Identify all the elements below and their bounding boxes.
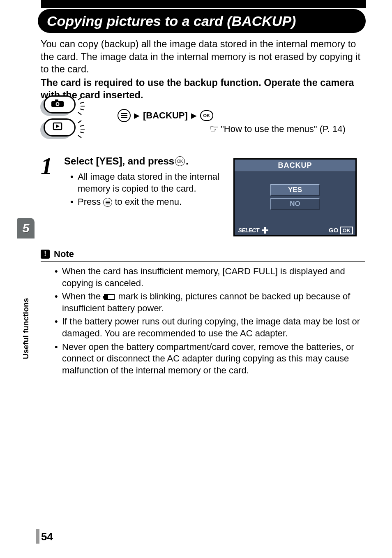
intro-block: You can copy (backup) all the image data… [41, 38, 365, 102]
section-title-bar: Copying pictures to a card (BACKUP) [38, 9, 366, 33]
nav-menu-item: [BACKUP] [143, 110, 188, 121]
exclamation-icon: ! [41, 250, 50, 259]
header-black-bar [41, 0, 366, 8]
shooting-mode-dial-row [40, 95, 85, 116]
svg-rect-1 [55, 100, 58, 102]
lcd-option-no: NO [270, 198, 320, 210]
step-number: 1 [41, 152, 53, 180]
note-section: ! Note When the card has insufficient me… [41, 249, 365, 378]
svg-marker-5 [56, 125, 60, 128]
shooting-mode-dial [40, 95, 76, 116]
step-bullets: All image data stored in the internal me… [70, 171, 231, 208]
note-item-1: When the card has insufficient memory, [… [55, 266, 365, 289]
step-title-before: Select [YES], and press [64, 155, 174, 167]
lcd-screen: BACKUP YES NO SELECT GO OK [233, 158, 357, 236]
ok-button-icon: OK [200, 110, 213, 121]
chapter-label: Useful functions [21, 298, 30, 359]
dial-ticks-2 [76, 120, 85, 138]
page-root: Copying pictures to a card (BACKUP) You … [0, 0, 392, 558]
lcd-footer-select: SELECT [237, 227, 268, 234]
svg-rect-9 [106, 201, 110, 201]
note-bullets: When the card has insufficient memory, [… [55, 266, 365, 376]
svg-point-3 [57, 103, 59, 105]
note-heading: Note [54, 249, 74, 259]
reference-text: "How to use the menus" (P. 14) [221, 124, 346, 134]
intro-bold: The card is required to use the backup f… [41, 76, 365, 102]
svg-rect-8 [121, 117, 127, 118]
play-icon [51, 122, 64, 130]
arrow-icon: ▶ [134, 111, 140, 120]
menu-circle-icon [103, 198, 112, 207]
section-title: Copying pictures to a card (BACKUP) [47, 13, 296, 29]
lcd-footer-go: GO OK [329, 227, 353, 234]
dpad-icon [262, 227, 268, 234]
menu-button-icon [118, 109, 131, 122]
step-bullet-1: All image data stored in the internal me… [70, 171, 231, 194]
note-item-2: When the mark is blinking, pictures cann… [55, 291, 365, 314]
playback-mode-dial [40, 118, 76, 139]
battery-icon [104, 294, 115, 300]
note-heading-row: ! Note [41, 249, 365, 262]
cross-reference: ☞ "How to use the menus" (P. 14) [210, 123, 346, 135]
lcd-title: BACKUP [235, 160, 355, 172]
page-number: 54 [41, 530, 53, 543]
menu-navigation-path: ▶ [BACKUP] ▶ OK [118, 109, 213, 122]
mode-dials [40, 95, 85, 141]
note-item-3: If the battery power runs out during cop… [55, 316, 365, 339]
arrow-icon: ▶ [191, 111, 197, 120]
side-chapter-tab: 5 Useful functions [17, 218, 35, 333]
note-item-4: Never open the battery compartment/card … [55, 341, 365, 377]
camera-icon [51, 99, 64, 107]
page-number-marker [36, 529, 39, 544]
svg-rect-6 [121, 113, 127, 114]
chapter-number: 5 [17, 218, 35, 238]
playback-mode-dial-row [40, 118, 85, 139]
ok-circle-icon: OK [175, 156, 185, 166]
ok-box-icon: OK [340, 227, 353, 234]
svg-rect-10 [106, 202, 110, 203]
lcd-option-yes: YES [270, 184, 320, 196]
lcd-footer: SELECT GO OK [237, 227, 353, 234]
lcd-options: YES NO [235, 172, 355, 222]
step-bullet-2: Press to exit the menu. [70, 196, 231, 208]
svg-rect-11 [106, 204, 110, 204]
step-title-after: . [186, 155, 189, 167]
dial-ticks [76, 97, 85, 115]
svg-rect-7 [121, 115, 127, 116]
intro-text: You can copy (backup) all the image data… [41, 38, 365, 76]
hand-icon: ☞ [210, 123, 219, 135]
